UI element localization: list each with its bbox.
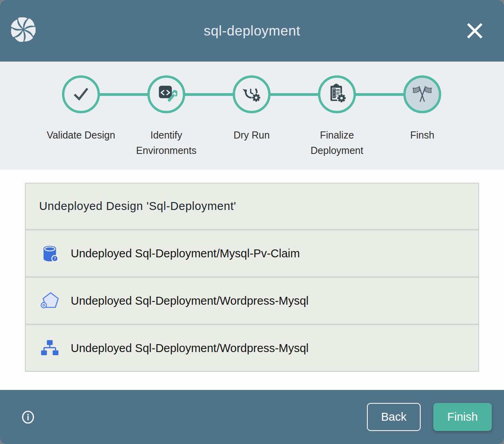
step-validate-design[interactable]: Validate Design xyxy=(38,75,124,143)
sync-clock-gear-icon xyxy=(241,82,263,106)
list-item-text: Undeployed Sql-Deployment/Wordpress-Mysq… xyxy=(71,342,308,355)
checkered-flags-icon xyxy=(411,82,433,106)
database-icon: ? xyxy=(39,243,60,264)
back-button[interactable]: Back xyxy=(367,403,421,431)
list-item-wordpress-mysql-topology: Undeployed Sql-Deployment/Wordpress-Mysq… xyxy=(26,324,478,371)
topology-tree-icon xyxy=(39,337,60,359)
step-circle xyxy=(147,75,185,113)
svg-text:?: ? xyxy=(54,257,56,261)
dialog-footer: Back Finish xyxy=(0,390,504,444)
list-item-text: Undeployed Sql-Deployment/Wordpress-Mysq… xyxy=(71,294,308,307)
clipboard-gear-icon xyxy=(326,82,348,106)
list-item-wordpress-mysql-component: Undeployed Sql-Deployment/Wordpress-Mysq… xyxy=(26,276,478,324)
step-finalize-deployment[interactable]: Finalize Deployment xyxy=(294,75,380,158)
list-item-text: Undeployed Design 'Sql-Deployment' xyxy=(39,200,236,213)
step-identify-environments[interactable]: Identify Environments xyxy=(124,75,209,158)
deployment-result-list: Undeployed Design 'Sql-Deployment' ? Und… xyxy=(25,183,479,372)
step-circle xyxy=(403,75,441,113)
close-icon xyxy=(465,36,485,42)
meshery-logo-icon xyxy=(11,17,36,43)
component-pentagon-icon xyxy=(39,290,60,311)
step-label: Finsh xyxy=(380,127,465,143)
step-circle xyxy=(318,75,356,113)
code-window-wrench-icon xyxy=(155,82,177,106)
wizard-stepper: Validate Design xyxy=(0,62,504,170)
step-label: Finalize Deployment xyxy=(294,127,380,158)
step-circle xyxy=(62,75,100,113)
step-dry-run[interactable]: Dry Run xyxy=(209,75,294,143)
info-button[interactable] xyxy=(20,409,36,425)
step-label: Identify Environments xyxy=(124,127,209,158)
close-button[interactable] xyxy=(465,21,485,41)
deployment-wizard-dialog: sql-deployment Validate Design xyxy=(0,0,504,444)
dialog-body: Undeployed Design 'Sql-Deployment' ? Und… xyxy=(0,170,504,390)
step-label: Dry Run xyxy=(209,127,294,143)
step-circle xyxy=(233,75,271,113)
info-icon xyxy=(20,421,36,427)
list-item-text: Undeployed Sql-Deployment/Mysql-Pv-Claim xyxy=(71,247,300,260)
step-label: Validate Design xyxy=(38,127,124,143)
step-finish[interactable]: Finsh xyxy=(380,75,465,143)
check-icon xyxy=(70,82,92,106)
list-item-design: Undeployed Design 'Sql-Deployment' xyxy=(26,184,478,229)
dialog-title: sql-deployment xyxy=(204,23,300,39)
list-item-mysql-pv-claim: ? Undeployed Sql-Deployment/Mysql-Pv-Cla… xyxy=(26,229,478,276)
finish-button[interactable]: Finish xyxy=(433,403,492,431)
dialog-header: sql-deployment xyxy=(0,0,504,62)
